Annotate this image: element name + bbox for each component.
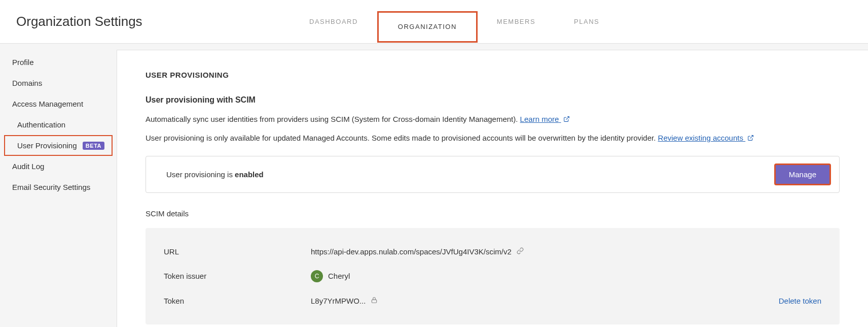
description-2-text: User provisioning is only available for … bbox=[146, 134, 658, 142]
svg-line-0 bbox=[566, 116, 569, 119]
description-1: Automatically sync user identities from … bbox=[146, 114, 840, 125]
token-issuer-row: Token issuer C Cheryl bbox=[164, 263, 821, 289]
scim-details-title: SCIM details bbox=[146, 209, 840, 218]
url-value: https://api-dev.apps.nulab.com/spaces/JV… bbox=[311, 247, 512, 256]
url-value-wrap: https://api-dev.apps.nulab.com/spaces/JV… bbox=[311, 247, 821, 256]
token-value-wrap: L8y7YrMPWO... Delete token bbox=[311, 297, 821, 305]
svg-rect-2 bbox=[372, 300, 377, 303]
body-wrap: Profile Domains Access Management Authen… bbox=[0, 44, 868, 327]
manage-button[interactable]: Manage bbox=[774, 164, 831, 185]
sidebar-item-user-provisioning[interactable]: User Provisioning BETA bbox=[4, 135, 113, 156]
link-icon[interactable] bbox=[517, 247, 524, 256]
token-row: Token L8y7YrMPWO... Delete token bbox=[164, 289, 821, 312]
status-value: enabled bbox=[235, 170, 264, 179]
sidebar-item-access-management[interactable]: Access Management bbox=[0, 93, 117, 114]
description-1-text: Automatically sync user identities from … bbox=[146, 115, 520, 123]
tab-dashboard[interactable]: DASHBOARD bbox=[290, 0, 377, 44]
section-title: USER PROVISIONING bbox=[146, 71, 840, 79]
provisioning-status-box: User provisioning is enabled Manage bbox=[146, 156, 840, 193]
issuer-label: Token issuer bbox=[164, 272, 311, 280]
sidebar: Profile Domains Access Management Authen… bbox=[0, 44, 117, 327]
issuer-value-wrap: C Cheryl bbox=[311, 270, 821, 282]
issuer-name: Cheryl bbox=[328, 272, 350, 280]
avatar: C bbox=[311, 270, 323, 282]
top-bar: Organization Settings DASHBOARD ORGANIZA… bbox=[0, 0, 868, 44]
scim-details-box: URL https://api-dev.apps.nulab.com/space… bbox=[146, 228, 840, 324]
lock-icon bbox=[371, 297, 378, 305]
sidebar-item-audit-log[interactable]: Audit Log bbox=[0, 156, 117, 177]
delete-token-link[interactable]: Delete token bbox=[779, 297, 821, 305]
learn-more-link[interactable]: Learn more bbox=[520, 115, 570, 123]
learn-more-label: Learn more bbox=[520, 115, 559, 123]
beta-badge: BETA bbox=[83, 142, 104, 150]
review-accounts-label: Review existing accounts bbox=[658, 134, 743, 142]
sidebar-item-domains[interactable]: Domains bbox=[0, 73, 117, 93]
sidebar-item-label: User Provisioning bbox=[17, 141, 77, 150]
external-link-icon bbox=[747, 133, 754, 145]
sidebar-item-authentication[interactable]: Authentication bbox=[0, 114, 117, 135]
tab-plans[interactable]: PLANS bbox=[555, 0, 619, 44]
subsection-title: User provisioning with SCIM bbox=[146, 95, 840, 105]
url-label: URL bbox=[164, 247, 311, 256]
token-label: Token bbox=[164, 297, 311, 305]
page-title: Organization Settings bbox=[16, 14, 290, 29]
review-accounts-link[interactable]: Review existing accounts bbox=[658, 134, 754, 142]
status-prefix: User provisioning is bbox=[166, 170, 235, 179]
tab-members[interactable]: MEMBERS bbox=[478, 0, 555, 44]
scim-url-row: URL https://api-dev.apps.nulab.com/space… bbox=[164, 240, 821, 263]
svg-line-1 bbox=[750, 136, 753, 139]
external-link-icon bbox=[563, 114, 570, 126]
main-content: USER PROVISIONING User provisioning with… bbox=[117, 50, 868, 327]
sidebar-item-email-security[interactable]: Email Security Settings bbox=[0, 177, 117, 198]
nav-tabs: DASHBOARD ORGANIZATION MEMBERS PLANS bbox=[290, 0, 619, 44]
description-2: User provisioning is only available for … bbox=[146, 133, 840, 144]
token-value: L8y7YrMPWO... bbox=[311, 297, 366, 305]
status-text: User provisioning is enabled bbox=[166, 170, 264, 179]
tab-organization[interactable]: ORGANIZATION bbox=[377, 11, 478, 43]
sidebar-item-profile[interactable]: Profile bbox=[0, 52, 117, 73]
